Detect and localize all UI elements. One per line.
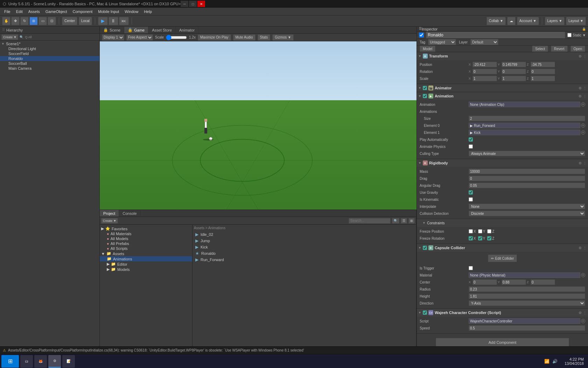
animate-physics-checkbox[interactable] (469, 144, 473, 149)
favorites-section[interactable]: ▶ ⭐ Favorites (100, 226, 192, 231)
file-item-jump[interactable]: ▶ Jump (194, 238, 415, 244)
animation-enabled-checkbox[interactable] (423, 94, 427, 98)
taskbar-firefox[interactable]: 🦊 (34, 355, 47, 368)
menu-mobile-input[interactable]: Mobile Input (95, 9, 122, 14)
freeze-rot-x-checkbox[interactable] (469, 236, 473, 240)
hand-tool[interactable]: ✋ (2, 17, 10, 25)
scale-z-input[interactable] (531, 76, 555, 81)
add-component-button[interactable]: Add Component (436, 338, 569, 346)
menu-window[interactable]: Window (122, 9, 141, 14)
inspector-lock-icon[interactable]: 🔒 (582, 27, 586, 31)
angular-drag-input[interactable]: 0.05 (469, 183, 585, 188)
select-button[interactable]: Select (532, 46, 548, 52)
rotation-z-input[interactable] (531, 69, 555, 74)
mute-audio-button[interactable]: Mute Audio (233, 34, 255, 41)
scale-slider[interactable] (166, 35, 187, 40)
tab-scene[interactable]: 🔒 Scene (100, 27, 124, 33)
multi-tool[interactable]: ⊡ (48, 17, 56, 25)
close-button[interactable]: ✕ (197, 1, 205, 7)
scale-y-input[interactable] (502, 76, 526, 81)
constraints-header[interactable]: ▼ Constraints (417, 219, 588, 227)
step-button[interactable]: ⏭ (119, 17, 129, 25)
transform-overflow-icon[interactable]: ⋮ (583, 54, 587, 58)
radius-input[interactable]: 0.23 (469, 286, 585, 292)
collab-button[interactable]: Collab ▼ (486, 17, 506, 25)
menu-edit[interactable]: Edit (13, 9, 26, 14)
pause-button[interactable]: ⏸ (108, 17, 118, 25)
material-picker[interactable]: ⊙ (581, 273, 585, 277)
tab-console[interactable]: Console (119, 210, 140, 217)
edit-collider-button[interactable]: ✏ Edit Collider (488, 254, 517, 262)
freeze-pos-z-checkbox[interactable] (487, 229, 491, 233)
drag-input[interactable]: 0 (469, 176, 585, 181)
scale-x-input[interactable] (472, 76, 497, 81)
speed-input[interactable]: 0.5 (469, 325, 585, 331)
animation-clip-picker[interactable]: ⊙ (581, 102, 585, 107)
animations-folder-item[interactable]: 📁 Animations (100, 256, 192, 261)
taskbar-clock[interactable]: 4:22 PM 13/04/2018 (562, 357, 587, 366)
script-ref-field[interactable]: WajeehCharacterController (469, 318, 580, 324)
tab-project[interactable]: Project (100, 210, 119, 217)
is-kinematic-checkbox[interactable] (469, 197, 473, 202)
all-prefabs-item[interactable]: ● All Prefabs (100, 241, 192, 246)
rigidbody-header[interactable]: ▼ ⊗ Rigidbody ⚙ ⋮ (417, 159, 588, 167)
hierarchy-item-directional-light[interactable]: Directional Light (0, 46, 99, 51)
center-y-input[interactable] (502, 279, 526, 285)
file-item-ronaldo[interactable]: ★ Ronaldo (194, 250, 415, 257)
rotation-y-input[interactable] (502, 69, 526, 74)
stats-button[interactable]: Stats (258, 34, 271, 41)
script-settings-icon[interactable]: ⚙ (579, 311, 582, 315)
capsule-enabled-checkbox[interactable] (423, 246, 427, 250)
position-z-input[interactable] (531, 62, 555, 67)
maximize-play-button[interactable]: Maximize On Play (198, 34, 231, 41)
tag-select[interactable]: Untagged (428, 39, 456, 45)
static-checkbox[interactable] (567, 33, 572, 37)
taskbar-visual-studio[interactable]: 📝 (62, 355, 75, 368)
culling-type-select[interactable]: Always Animate (469, 151, 585, 156)
center-z-input[interactable] (531, 279, 555, 285)
animation-overflow-icon[interactable]: ⋮ (583, 94, 587, 98)
menu-gameobject[interactable]: GameObject (43, 9, 70, 14)
tab-game[interactable]: 🔒 Game (124, 27, 148, 33)
rigidbody-settings-icon[interactable]: ⚙ (579, 161, 582, 165)
hierarchy-item-soccerfield[interactable]: SoccerField (0, 51, 99, 56)
all-materials-item[interactable]: ● All Materials (100, 231, 192, 236)
element1-picker[interactable]: ⊙ (581, 130, 585, 135)
editor-folder-item[interactable]: ▶ 📁 Editor (100, 261, 192, 267)
minimize-button[interactable]: ─ (181, 1, 188, 7)
start-button[interactable]: ⊞ (1, 355, 19, 368)
mass-input[interactable]: 10000 (469, 169, 585, 174)
cloud-button[interactable]: ☁ (507, 17, 516, 25)
volume-icon[interactable]: 🔊 (552, 359, 558, 364)
gizmos-button[interactable]: Gizmos ▼ (272, 34, 294, 41)
hierarchy-item-maincamera[interactable]: Main Camera (0, 66, 99, 71)
animator-overflow-icon[interactable]: ⋮ (583, 86, 587, 90)
play-auto-checkbox[interactable] (469, 137, 473, 142)
element1-field[interactable]: ▶ Kick (469, 130, 580, 135)
animator-settings-icon[interactable]: ⚙ (579, 86, 582, 90)
capsule-overflow-icon[interactable]: ⋮ (583, 246, 587, 250)
maximize-button[interactable]: □ (189, 1, 197, 7)
position-y-input[interactable] (502, 62, 526, 67)
move-tool[interactable]: ✥ (11, 17, 20, 25)
scale-tool[interactable]: ⊞ (29, 17, 38, 25)
menu-component[interactable]: Component (70, 9, 95, 14)
is-trigger-checkbox[interactable] (469, 266, 473, 270)
rect-tool[interactable]: ▭ (38, 17, 47, 25)
project-search-input[interactable] (349, 218, 391, 224)
rotation-x-input[interactable] (472, 69, 497, 74)
tab-asset-store[interactable]: Asset Store (148, 27, 176, 33)
network-icon[interactable]: 📶 (544, 359, 550, 364)
scene-item[interactable]: ▼ Scene1* (0, 41, 99, 46)
capsule-settings-icon[interactable]: ⚙ (579, 246, 582, 250)
project-search-btn[interactable]: 🔍 (392, 218, 399, 224)
open-button[interactable]: Open (570, 46, 585, 52)
freeze-pos-x-checkbox[interactable] (469, 229, 473, 233)
animator-enabled-checkbox[interactable] (423, 86, 427, 90)
height-input[interactable]: 1.81 (469, 293, 585, 299)
script-enabled-checkbox[interactable] (423, 311, 427, 315)
assets-section[interactable]: ▼ 📁 Assets (100, 251, 192, 256)
animation-settings-icon[interactable]: ⚙ (579, 94, 582, 98)
script-overflow-icon[interactable]: ⋮ (583, 311, 587, 315)
model-button[interactable]: Model (420, 46, 435, 52)
